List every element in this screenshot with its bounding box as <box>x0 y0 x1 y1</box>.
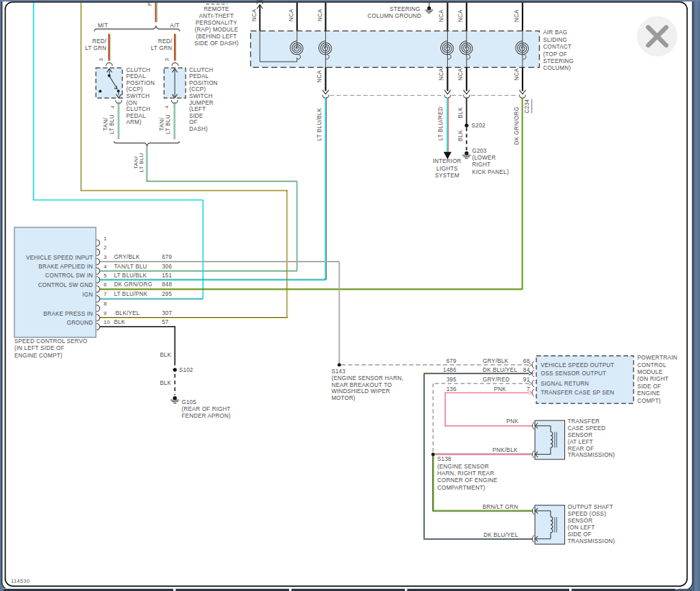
svg-text:S138: S138 <box>438 455 452 462</box>
svg-text:A/T: A/T <box>170 22 179 29</box>
svg-text:91: 91 <box>523 376 530 383</box>
svg-text:1: 1 <box>103 236 107 242</box>
svg-text:CONTROL SW GND: CONTROL SW GND <box>38 281 93 288</box>
svg-text:SWITCH: SWITCH <box>189 92 212 99</box>
svg-text:2: 2 <box>103 244 107 251</box>
svg-text:SPEED CONTROL SERVO: SPEED CONTROL SERVO <box>14 338 88 344</box>
svg-text:(CCP): (CCP) <box>189 86 205 92</box>
svg-text:RED/: RED/ <box>92 38 107 45</box>
svg-text:7: 7 <box>527 386 530 392</box>
svg-text:PNK/BLK: PNK/BLK <box>492 447 518 453</box>
svg-text:LT BLU/PNK: LT BLU/PNK <box>114 290 147 297</box>
svg-text:ARM): ARM) <box>126 118 141 125</box>
svg-text:LIGHTS: LIGHTS <box>436 165 458 172</box>
svg-text:BLK: BLK <box>457 130 464 142</box>
svg-text:GRY/BLK: GRY/BLK <box>483 357 509 364</box>
svg-text:NCA: NCA <box>457 10 464 22</box>
svg-text:NCA: NCA <box>316 70 323 82</box>
svg-text:NCA: NCA <box>438 68 445 80</box>
svg-text:HARN, RIGHT REAR: HARN, RIGHT REAR <box>438 470 495 477</box>
svg-text:5: 5 <box>103 273 107 279</box>
svg-text:IGN: IGN <box>82 291 93 298</box>
svg-text:BLK/YEL: BLK/YEL <box>116 310 140 316</box>
svg-text:P: P <box>147 2 153 5</box>
svg-text:295: 295 <box>162 290 173 297</box>
svg-text:3: 3 <box>98 58 104 62</box>
svg-text:STEERING: STEERING <box>543 58 573 64</box>
svg-text:BRAKE APPLIED IN: BRAKE APPLIED IN <box>38 263 93 270</box>
svg-text:STEERING: STEERING <box>390 5 420 12</box>
svg-text:NCA: NCA <box>316 9 323 21</box>
svg-text:POSITION: POSITION <box>189 79 218 86</box>
svg-text:ENGINE COMPT): ENGINE COMPT) <box>14 352 62 359</box>
svg-text:151: 151 <box>162 272 173 279</box>
svg-text:BLK: BLK <box>160 379 172 386</box>
svg-text:GRY/BLK: GRY/BLK <box>114 253 140 260</box>
svg-text:JUMPER: JUMPER <box>189 99 214 106</box>
svg-text:POWERTRAIN: POWERTRAIN <box>638 354 678 361</box>
svg-text:VEHICLE SPEED OUTPUT: VEHICLE SPEED OUTPUT <box>541 362 614 368</box>
svg-text:REMOTE: REMOTE <box>204 5 229 12</box>
svg-text:DK BLU/YEL: DK BLU/YEL <box>484 531 518 538</box>
svg-text:TRANSMISSION): TRANSMISSION) <box>568 451 615 458</box>
svg-text:SIDE: SIDE <box>189 112 203 119</box>
svg-text:S143: S143 <box>332 368 346 375</box>
svg-text:SIGNAL RETURN: SIGNAL RETURN <box>541 380 589 387</box>
svg-text:(REAR OF RIGHT: (REAR OF RIGHT <box>182 405 230 412</box>
svg-text:LT BLU: LT BLU <box>108 114 115 134</box>
svg-text:TAN/LT BLU: TAN/LT BLU <box>114 263 147 270</box>
svg-text:DK GRN/ORG: DK GRN/ORG <box>513 107 520 145</box>
svg-text:NCA: NCA <box>288 9 295 21</box>
svg-text:BLK: BLK <box>114 318 125 325</box>
svg-text:114530: 114530 <box>11 578 30 584</box>
svg-text:10: 10 <box>103 319 110 325</box>
svg-text:PEDAL: PEDAL <box>189 73 209 79</box>
svg-text:RED/: RED/ <box>158 38 173 45</box>
svg-text:68: 68 <box>523 357 530 364</box>
svg-text:NCA: NCA <box>513 68 520 80</box>
svg-text:INTERIOR: INTERIOR <box>433 158 462 164</box>
svg-text:8: 8 <box>103 301 107 307</box>
svg-text:FENDER APRON): FENDER APRON) <box>182 412 230 419</box>
svg-text:S202: S202 <box>472 122 486 129</box>
svg-text:CONTACT: CONTACT <box>543 43 571 50</box>
svg-text:WINDSHIELD WIPER: WINDSHIELD WIPER <box>332 388 390 394</box>
svg-text:SPEED (OSS): SPEED (OSS) <box>568 510 606 517</box>
svg-text:OSS SENSOR OUTPUT: OSS SENSOR OUTPUT <box>541 370 607 377</box>
svg-text:TRANSMISSION): TRANSMISSION) <box>568 538 615 544</box>
svg-text:395: 395 <box>447 376 457 383</box>
svg-text:84: 84 <box>523 366 530 373</box>
svg-text:BLK: BLK <box>160 351 172 358</box>
svg-text:AIR BAG: AIR BAG <box>543 29 567 36</box>
svg-text:PNK: PNK <box>506 418 518 425</box>
svg-text:CLUTCH: CLUTCH <box>126 66 150 73</box>
svg-text:MOTOR): MOTOR) <box>332 394 355 401</box>
svg-text:PEDAL: PEDAL <box>126 73 146 79</box>
svg-text:(AT LEFT: (AT LEFT <box>568 438 593 445</box>
svg-text:(BEHIND LEFT: (BEHIND LEFT <box>196 33 237 40</box>
svg-text:DASH): DASH) <box>189 125 208 132</box>
svg-text:POSITION: POSITION <box>126 79 155 86</box>
svg-text:CORNER OF ENGINE: CORNER OF ENGINE <box>438 477 498 483</box>
svg-text:3: 3 <box>103 254 107 260</box>
svg-text:NCA: NCA <box>251 9 258 21</box>
svg-text:CASE SPEED: CASE SPEED <box>568 425 606 431</box>
svg-text:LT GRN: LT GRN <box>85 45 106 51</box>
svg-text:(ENGINE SENSOR: (ENGINE SENSOR <box>438 463 489 470</box>
svg-text:(LOWER: (LOWER <box>472 154 496 161</box>
svg-text:PERSONALITY: PERSONALITY <box>196 19 238 26</box>
svg-text:(ON: (ON <box>126 99 137 106</box>
svg-text:SIDE OF: SIDE OF <box>568 531 592 538</box>
svg-text:6: 6 <box>103 281 107 288</box>
svg-text:3: 3 <box>164 58 170 62</box>
svg-text:DK GRN/ORG: DK GRN/ORG <box>114 281 152 288</box>
svg-text:7: 7 <box>103 291 107 297</box>
svg-text:SLIDING: SLIDING <box>543 36 567 43</box>
svg-text:OF: OF <box>189 118 197 125</box>
svg-text:(ON LEFT: (ON LEFT <box>568 524 595 531</box>
svg-text:RIGHT: RIGHT <box>472 161 490 168</box>
svg-text:SWITCH: SWITCH <box>126 92 149 99</box>
svg-text:G105: G105 <box>182 399 196 405</box>
svg-text:LT GRN: LT GRN <box>151 45 172 51</box>
svg-text:PNK: PNK <box>494 386 506 392</box>
